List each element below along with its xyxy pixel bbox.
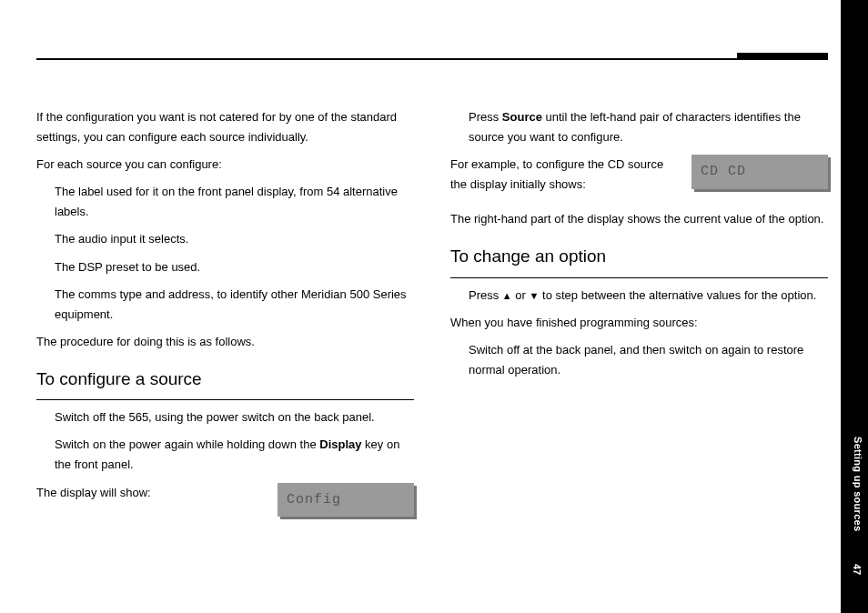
header-rule (36, 58, 828, 60)
configure-lead: For each source you can configure: (36, 155, 414, 175)
page-number: 47 (852, 564, 863, 575)
procedure-lead: The procedure for doing this is as follo… (36, 332, 414, 352)
example-text: For example, to configure the CD source … (450, 155, 677, 195)
display-will-show: The display will show: (36, 483, 263, 503)
page-content: If the configuration you want is not cat… (36, 100, 828, 517)
lcd-display-config: Config (278, 483, 414, 518)
list-item: The DSP preset to be used. (55, 257, 414, 277)
triangle-down-icon: ▼ (530, 290, 540, 301)
heading-change-option: To change an option (450, 242, 828, 277)
left-column: If the configuration you want is not cat… (36, 100, 414, 517)
list-item: The comms type and address, to identify … (55, 285, 414, 325)
finished-text: When you have finished programming sourc… (450, 313, 828, 333)
press-arrows-step: Press ▲ or ▼ to step between the alterna… (469, 286, 828, 306)
right-column: Press Source until the left-hand pair of… (450, 100, 828, 517)
configure-list: The label used for it on the front panel… (55, 182, 414, 325)
switch-off-step: Switch off at the back panel, and then s… (469, 340, 828, 380)
lcd-display-cd: CD CD (691, 155, 828, 189)
right-part-text: The right-hand part of the display shows… (450, 209, 828, 229)
triangle-up-icon: ▲ (502, 290, 512, 301)
step-1: Switch off the 565, using the power swit… (55, 407, 414, 427)
intro-paragraph: If the configuration you want is not cat… (36, 107, 414, 147)
list-item: The label used for it on the front panel… (55, 182, 414, 222)
section-side-label: Setting up sources (853, 437, 863, 531)
list-item: The audio input it selects. (55, 229, 414, 249)
press-source-step: Press Source until the left-hand pair of… (469, 107, 828, 147)
heading-configure-source: To configure a source (36, 365, 414, 400)
step-2: Switch on the power again while holding … (55, 435, 414, 475)
